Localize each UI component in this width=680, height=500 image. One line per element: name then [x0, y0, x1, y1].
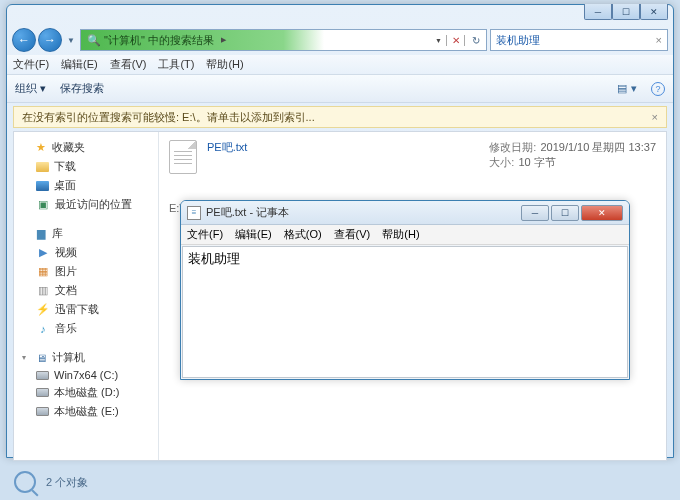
- menu-file[interactable]: 文件(F): [13, 57, 49, 72]
- notepad-icon: ≡: [187, 206, 201, 220]
- sidebar-item-documents[interactable]: ▥文档: [18, 281, 154, 300]
- notepad-text-area[interactable]: 装机助理: [182, 246, 628, 378]
- indexing-info-bar[interactable]: 在没有索引的位置搜索可能较慢: E:\。请单击以添加到索引... ×: [13, 106, 667, 128]
- notepad-close-button[interactable]: ✕: [581, 205, 623, 221]
- minimize-button[interactable]: ─: [584, 4, 612, 20]
- close-button[interactable]: ✕: [640, 4, 668, 20]
- drive-icon: [36, 371, 49, 380]
- toolbar: 组织 ▾ 保存搜索 ▤ ▾ ?: [7, 75, 673, 103]
- magnifier-icon: [14, 471, 36, 493]
- library-icon: ▆: [34, 227, 48, 241]
- video-icon: ▶: [36, 246, 50, 260]
- status-bar: 2 个对象: [6, 466, 674, 498]
- star-icon: ★: [34, 141, 48, 155]
- forward-button[interactable]: →: [38, 28, 62, 52]
- sidebar-item-drive-e[interactable]: 本地磁盘 (E:): [18, 402, 154, 421]
- maximize-button[interactable]: ☐: [612, 4, 640, 20]
- menu-help[interactable]: 帮助(H): [206, 57, 243, 72]
- sidebar-item-desktop[interactable]: 桌面: [18, 176, 154, 195]
- history-dropdown[interactable]: ▼: [65, 36, 77, 45]
- refresh-button[interactable]: ↻: [464, 35, 486, 46]
- clear-search-button[interactable]: ×: [656, 34, 662, 46]
- drive-icon: [36, 388, 49, 397]
- result-metadata: 修改日期:2019/1/10 星期四 13:37 大小:10 字节: [489, 140, 656, 170]
- sidebar-item-drive-d[interactable]: 本地磁盘 (D:): [18, 383, 154, 402]
- menu-view[interactable]: 查看(V): [110, 57, 147, 72]
- sidebar-item-downloads[interactable]: 下载: [18, 157, 154, 176]
- recent-icon: ▣: [36, 198, 50, 212]
- menu-edit[interactable]: 编辑(E): [61, 57, 98, 72]
- search-value: 装机助理: [496, 33, 540, 48]
- explorer-titlebar[interactable]: ─ ☐ ✕: [7, 5, 673, 25]
- search-icon: 🔍: [87, 33, 101, 47]
- address-chevron-icon[interactable]: ▶: [217, 36, 230, 44]
- navigation-pane: ★收藏夹 下载 桌面 ▣最近访问的位置 ▆库 ▶视频 ▦图片 ▥文档 ⚡迅雷下载…: [14, 132, 159, 460]
- sidebar-item-thunder[interactable]: ⚡迅雷下载: [18, 300, 154, 319]
- picture-icon: ▦: [36, 265, 50, 279]
- computer-icon: 🖥: [34, 351, 48, 365]
- address-dropdown[interactable]: ▼: [431, 37, 446, 44]
- address-bar[interactable]: 🔍 "计算机" 中的搜索结果 ▶ ▼ ✕ ↻: [80, 29, 487, 51]
- menubar: 文件(F) 编辑(E) 查看(V) 工具(T) 帮助(H): [7, 55, 673, 75]
- notepad-maximize-button[interactable]: ☐: [551, 205, 579, 221]
- address-text: "计算机" 中的搜索结果: [104, 33, 214, 48]
- sidebar-libraries-header[interactable]: ▆库: [18, 224, 154, 243]
- text-file-icon: [169, 140, 197, 174]
- sidebar-favorites-header[interactable]: ★收藏夹: [18, 138, 154, 157]
- notepad-minimize-button[interactable]: ─: [521, 205, 549, 221]
- info-close-button[interactable]: ×: [652, 111, 658, 123]
- save-search-button[interactable]: 保存搜索: [60, 81, 104, 96]
- notepad-menu-format[interactable]: 格式(O): [284, 227, 322, 242]
- sidebar-item-drive-c[interactable]: Win7x64 (C:): [18, 367, 154, 383]
- stop-button[interactable]: ✕: [446, 35, 464, 46]
- folder-icon: [36, 162, 49, 172]
- nav-bar: ← → ▼ 🔍 "计算机" 中的搜索结果 ▶ ▼ ✕ ↻ 装机助理 ×: [7, 25, 673, 55]
- notepad-menu-help[interactable]: 帮助(H): [382, 227, 419, 242]
- organize-button[interactable]: 组织 ▾: [15, 81, 46, 96]
- sidebar-item-pictures[interactable]: ▦图片: [18, 262, 154, 281]
- search-result-item[interactable]: PE吧.txt 修改日期:2019/1/10 星期四 13:37 大小:10 字…: [169, 140, 656, 174]
- indexing-info-text: 在没有索引的位置搜索可能较慢: E:\。请单击以添加到索引...: [22, 110, 315, 125]
- sidebar-item-music[interactable]: ♪音乐: [18, 319, 154, 338]
- back-button[interactable]: ←: [12, 28, 36, 52]
- notepad-menu-view[interactable]: 查看(V): [334, 227, 371, 242]
- notepad-title: PE吧.txt - 记事本: [206, 205, 289, 220]
- desktop-icon: [36, 181, 49, 191]
- thunder-icon: ⚡: [36, 303, 50, 317]
- drive-icon: [36, 407, 49, 416]
- notepad-menu-edit[interactable]: 编辑(E): [235, 227, 272, 242]
- sidebar-item-recent[interactable]: ▣最近访问的位置: [18, 195, 154, 214]
- notepad-menubar: 文件(F) 编辑(E) 格式(O) 查看(V) 帮助(H): [181, 225, 629, 245]
- notepad-menu-file[interactable]: 文件(F): [187, 227, 223, 242]
- help-icon[interactable]: ?: [651, 82, 665, 96]
- sidebar-computer-header[interactable]: ▾🖥计算机: [18, 348, 154, 367]
- music-icon: ♪: [36, 322, 50, 336]
- view-options-button[interactable]: ▤ ▾: [617, 80, 637, 98]
- notepad-titlebar[interactable]: ≡ PE吧.txt - 记事本 ─ ☐ ✕: [181, 201, 629, 225]
- document-icon: ▥: [36, 284, 50, 298]
- status-text: 2 个对象: [46, 475, 88, 490]
- search-input[interactable]: 装机助理 ×: [490, 29, 668, 51]
- menu-tools[interactable]: 工具(T): [158, 57, 194, 72]
- sidebar-item-videos[interactable]: ▶视频: [18, 243, 154, 262]
- notepad-window: ≡ PE吧.txt - 记事本 ─ ☐ ✕ 文件(F) 编辑(E) 格式(O) …: [180, 200, 630, 380]
